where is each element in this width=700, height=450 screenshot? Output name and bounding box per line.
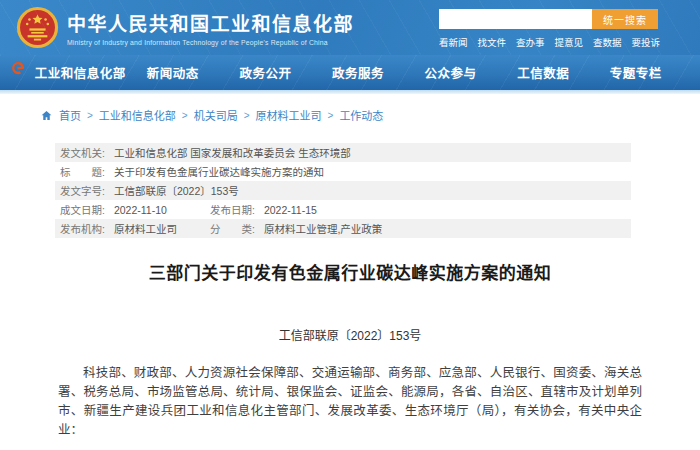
meta-value: 工信部联原〔2022〕153号 — [114, 183, 239, 198]
meta-cell-written-date: 成文日期: 2022-11-10 — [60, 202, 210, 217]
nav-item-miit[interactable]: 工业和信息化部 — [34, 63, 127, 82]
article-title: 三部门关于印发有色金属行业碳达峰实施方案的通知 — [58, 259, 642, 284]
nav-item-miit-data[interactable]: 工信数据 — [497, 63, 590, 82]
quick-link-data[interactable]: 查数据 — [593, 35, 622, 49]
meta-cell-category: 分 类: 原材料工业管理,产业政策 — [210, 221, 382, 236]
nav-bottom-strip — [0, 90, 700, 94]
meta-label: 发布日期: — [210, 202, 255, 217]
meta-label: 分 类: — [210, 221, 255, 236]
site-title: 中华人民共和国工业和信息化部 — [67, 13, 354, 37]
meta-row-dates: 成文日期: 2022-11-10 发布日期: 2022-11-15 — [55, 200, 631, 219]
meta-value: 关于印发有色金属行业碳达峰实施方案的通知 — [114, 164, 324, 179]
search-bar: 统一搜索 — [439, 9, 658, 29]
search-input[interactable] — [439, 9, 592, 29]
meta-label: 标 题: — [60, 164, 105, 179]
breadcrumb-raw-materials-dept[interactable]: 原材料工业司 — [256, 107, 322, 123]
meta-row-doc-number: 发文字号: 工信部联原〔2022〕153号 — [55, 181, 631, 200]
quick-link-services[interactable]: 查办事 — [516, 35, 545, 49]
meta-cell-publish-date: 发布日期: 2022-11-15 — [210, 202, 317, 217]
site-brand[interactable]: 中华人民共和国工业和信息化部 Ministry of Industry and … — [16, 6, 354, 53]
miit-e-logo-icon[interactable] — [9, 59, 27, 81]
meta-value: 2022-11-15 — [264, 204, 317, 216]
meta-cell-publish-org: 发布机构: 原材料工业司 — [60, 221, 210, 236]
document-meta-table: 发文机关: 工业和信息化部 国家发展和改革委员会 生态环境部 标 题: 关于印发… — [55, 143, 631, 238]
quick-link-suggest[interactable]: 提意见 — [554, 35, 583, 49]
nav-item-gov-disclosure[interactable]: 政务公开 — [219, 63, 312, 82]
unified-search-button[interactable]: 统一搜索 — [592, 9, 658, 29]
quick-link-complaint[interactable]: 要投诉 — [631, 35, 660, 49]
nav-item-special-topics[interactable]: 专题专栏 — [589, 63, 682, 82]
site-subtitle: Ministry of Industry and Information Tec… — [67, 39, 354, 46]
meta-value: 2022-11-10 — [114, 204, 167, 216]
meta-label: 成文日期: — [60, 202, 105, 217]
nav-item-news[interactable]: 新闻动态 — [127, 63, 220, 82]
quick-links: 看新闻 找文件 查办事 提意见 查数据 要投诉 — [439, 35, 660, 49]
breadcrumb-separator: > — [328, 110, 334, 121]
breadcrumb-separator: > — [244, 110, 250, 121]
meta-label: 发文字号: — [60, 183, 105, 198]
meta-row-title: 标 题: 关于印发有色金属行业碳达峰实施方案的通知 — [55, 162, 631, 181]
national-emblem-icon — [16, 6, 59, 53]
breadcrumb-separator: > — [182, 110, 188, 121]
breadcrumb-work-trends[interactable]: 工作动态 — [339, 107, 383, 123]
breadcrumb: 首页 > 工业和信息化部 > 机关司局 > 原材料工业司 > 工作动态 — [40, 107, 700, 123]
meta-row-publisher: 发布机构: 原材料工业司 分 类: 原材料工业管理,产业政策 — [55, 219, 631, 238]
breadcrumb-separator: > — [87, 110, 93, 121]
meta-value: 工业和信息化部 国家发展和改革委员会 生态环境部 — [114, 145, 351, 160]
quick-link-news[interactable]: 看新闻 — [439, 35, 468, 49]
meta-label: 发布机构: — [60, 221, 105, 236]
meta-row-issuing-agency: 发文机关: 工业和信息化部 国家发展和改革委员会 生态环境部 — [55, 143, 631, 162]
meta-value: 原材料工业司 — [114, 221, 177, 236]
home-icon[interactable] — [40, 109, 53, 122]
site-title-block: 中华人民共和国工业和信息化部 Ministry of Industry and … — [67, 13, 354, 46]
breadcrumb-departments[interactable]: 机关司局 — [194, 107, 238, 123]
article-doc-number: 工信部联原〔2022〕153号 — [58, 326, 642, 343]
article-paragraph: 科技部、财政部、人力资源社会保障部、交通运输部、商务部、应急部、人民银行、国资委… — [58, 364, 642, 440]
meta-label: 发文机关: — [60, 145, 105, 160]
main-nav: 工业和信息化部 新闻动态 政务公开 政务服务 公众参与 工信数据 专题专栏 — [0, 55, 700, 90]
nav-item-public-participation[interactable]: 公众参与 — [404, 63, 497, 82]
breadcrumb-miit[interactable]: 工业和信息化部 — [99, 107, 176, 123]
article-body: 三部门关于印发有色金属行业碳达峰实施方案的通知 工信部联原〔2022〕153号 … — [58, 259, 642, 450]
quick-link-files[interactable]: 找文件 — [477, 35, 506, 49]
site-header: 中华人民共和国工业和信息化部 Ministry of Industry and … — [0, 0, 700, 55]
header-search-area: 统一搜索 看新闻 找文件 查办事 提意见 查数据 要投诉 — [439, 9, 660, 49]
nav-item-gov-services[interactable]: 政务服务 — [312, 63, 405, 82]
breadcrumb-home[interactable]: 首页 — [59, 107, 81, 123]
meta-value: 原材料工业管理,产业政策 — [264, 221, 382, 236]
